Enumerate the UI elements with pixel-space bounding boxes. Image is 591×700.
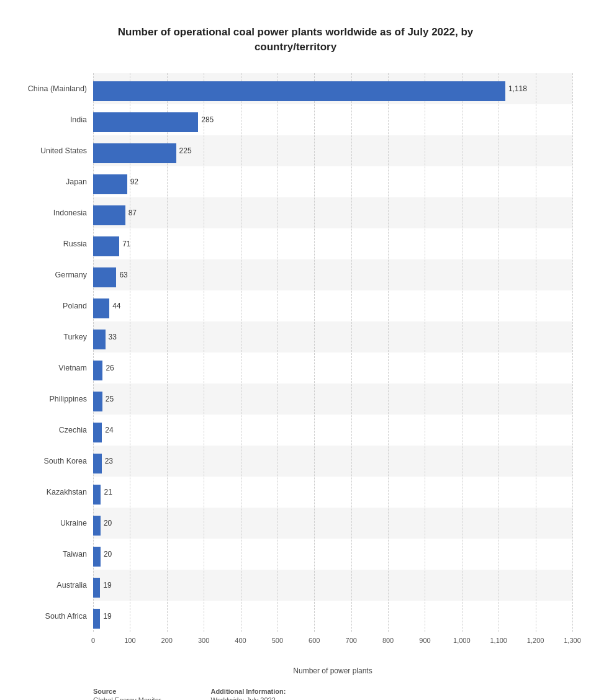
y-label-china-(mainland): China (Mainland)	[19, 73, 93, 104]
x-tick-label: 700	[346, 637, 357, 644]
footer-additional-line1: Worldwide; July 2022	[210, 696, 286, 700]
footer-source-line1: Global Energy Monitor	[93, 696, 161, 700]
bar-row: 26	[93, 352, 572, 384]
bar-row: 225	[93, 135, 572, 166]
bar-value: 71	[122, 240, 130, 248]
bar	[93, 392, 102, 411]
y-label-philippines: Philippines	[19, 384, 93, 415]
bar-value: 285	[201, 115, 214, 124]
x-tick-label: 500	[272, 637, 283, 644]
chart-title-line1: Number of operational coal power plants …	[118, 26, 473, 38]
bar-row: 20	[93, 539, 572, 570]
bar-value: 25	[106, 395, 114, 403]
bar-row: 71	[93, 228, 572, 259]
bar-value: 24	[105, 426, 113, 434]
bar	[93, 578, 100, 598]
bar-row: 20	[93, 508, 572, 539]
bars-section: 1,11828522592877163443326252423212020191…	[93, 73, 572, 675]
bar	[93, 236, 119, 256]
bar-value: 19	[103, 612, 111, 621]
x-axis-ticks: 01002003004005006007008009001,0001,1001,…	[93, 637, 572, 649]
chart-area: China (Mainland)IndiaUnited StatesJapanI…	[19, 73, 572, 675]
x-axis-label: Number of power plants	[93, 666, 572, 675]
y-label-turkey: Turkey	[19, 321, 93, 352]
y-label-india: India	[19, 104, 93, 135]
bar-value: 26	[106, 364, 114, 372]
bars-rows: 1,11828522592877163443326252423212020191…	[93, 73, 572, 632]
y-label-australia: Australia	[19, 570, 93, 601]
bar	[93, 485, 101, 505]
y-label-kazakhstan: Kazakhstan	[19, 477, 93, 508]
grid-line	[572, 73, 573, 632]
bar	[93, 81, 505, 101]
bar-row: 25	[93, 384, 572, 415]
x-tick-label: 100	[124, 637, 135, 644]
x-tick-label: 900	[419, 637, 430, 644]
bar	[93, 112, 198, 132]
bar	[93, 174, 127, 194]
y-label-taiwan: Taiwan	[19, 539, 93, 570]
y-label-germany: Germany	[19, 259, 93, 290]
bar	[93, 423, 102, 442]
bar-row: 21	[93, 477, 572, 508]
bar-row: 87	[93, 197, 572, 228]
footer-additional-heading: Additional Information:	[210, 688, 286, 695]
bar-row: 44	[93, 290, 572, 321]
x-tick-label: 1,300	[564, 637, 581, 644]
y-label-poland: Poland	[19, 290, 93, 321]
chart-title-line2: country/territory	[255, 41, 336, 53]
bar	[93, 361, 102, 380]
y-label-japan: Japan	[19, 166, 93, 197]
bar	[93, 205, 125, 225]
x-tick-label: 800	[382, 637, 394, 644]
bar-value: 21	[104, 488, 112, 496]
bar-value: 92	[130, 177, 138, 186]
x-tick-label: 1,200	[527, 637, 544, 644]
footer-additional: Additional Information: Worldwide; July …	[210, 688, 286, 700]
y-label-south-africa: South Africa	[19, 601, 93, 632]
footer-source: Source Global Energy Monitor © Statista …	[93, 688, 161, 700]
x-tick-label: 200	[161, 637, 173, 644]
x-tick-label: 400	[235, 637, 246, 644]
y-label-ukraine: Ukraine	[19, 508, 93, 539]
bar-row: 92	[93, 166, 572, 197]
bar-row: 1,118	[93, 73, 572, 104]
bar	[93, 143, 176, 163]
x-tick-label: 1,100	[490, 637, 507, 644]
bar-value: 20	[104, 550, 112, 559]
y-label-russia: Russia	[19, 228, 93, 259]
bar-row: 23	[93, 446, 572, 477]
bar-value: 23	[105, 457, 113, 465]
bar	[93, 609, 100, 629]
bar	[93, 267, 116, 287]
x-tick-label: 300	[198, 637, 209, 644]
chart-container: Number of operational coal power plants …	[12, 12, 579, 700]
bar-row: 63	[93, 259, 572, 290]
x-tick-label: 600	[309, 637, 320, 644]
bar-row: 24	[93, 415, 572, 446]
chart-title: Number of operational coal power plants …	[19, 25, 572, 55]
bar-value: 1,118	[508, 84, 527, 93]
bar-value: 87	[129, 209, 137, 217]
bar-value: 225	[179, 146, 192, 155]
bar	[93, 330, 106, 349]
bar-value: 44	[112, 302, 120, 310]
bar-value: 20	[104, 519, 112, 527]
y-label-vietnam: Vietnam	[19, 352, 93, 384]
bar-row: 285	[93, 104, 572, 135]
bar	[93, 454, 102, 473]
bar	[93, 516, 101, 536]
y-label-czechia: Czechia	[19, 415, 93, 446]
y-label-united-states: United States	[19, 135, 93, 166]
bar-row: 19	[93, 601, 572, 632]
footer-source-heading: Source	[93, 688, 161, 695]
bar	[93, 547, 101, 567]
y-label-south-korea: South Korea	[19, 446, 93, 477]
x-tick-label: 0	[91, 637, 95, 644]
y-label-indonesia: Indonesia	[19, 197, 93, 228]
y-axis-labels: China (Mainland)IndiaUnited StatesJapanI…	[19, 73, 93, 675]
chart-footer: Source Global Energy Monitor © Statista …	[19, 688, 572, 700]
bar-row: 19	[93, 570, 572, 601]
bar-value: 33	[109, 333, 117, 341]
x-tick-label: 1,000	[453, 637, 471, 644]
